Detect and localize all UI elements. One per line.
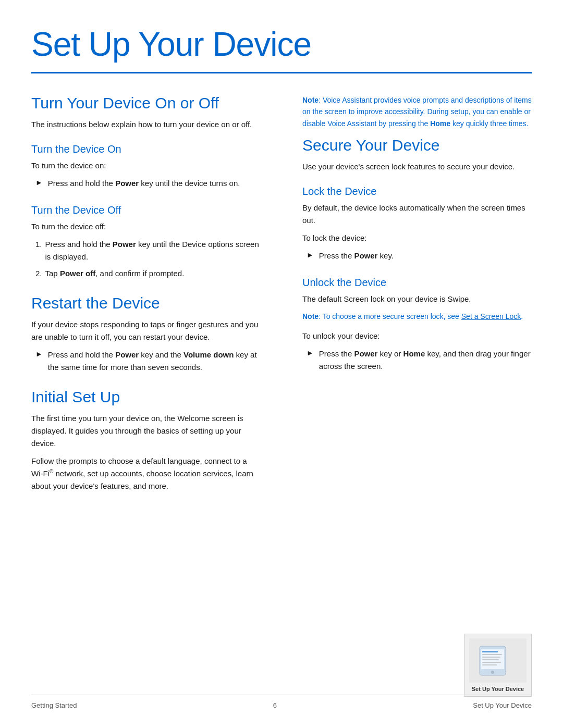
section-title-secure: Secure Your Device	[302, 137, 532, 154]
power-off-key: Power off	[60, 269, 95, 278]
turn-off-list: 1. Press and hold the Power key until th…	[35, 238, 261, 280]
turn-off-item-2: 2. Tap Power off, and confirm if prompte…	[35, 267, 261, 280]
subsection-title-lock: Lock the Device	[302, 186, 532, 198]
volume-down-key: Volume down	[183, 350, 234, 359]
lock-bullet-text: Press the Power key.	[319, 250, 394, 262]
subsection-turn-on: Turn the Device On To turn the device on…	[31, 143, 261, 190]
section-title-initial-setup: Initial Set Up	[31, 388, 261, 406]
lock-para2: To lock the device:	[302, 232, 532, 244]
wifi-registered: ®	[50, 468, 53, 474]
restart-bullet-text: Press and hold the Power key and the Vol…	[48, 349, 261, 374]
svg-rect-3	[482, 651, 498, 652]
turn-on-bullet-text: Press and hold the Power key until the d…	[48, 177, 240, 190]
note-label-voice: Note	[302, 96, 319, 104]
unlock-para1: The default Screen lock on your device i…	[302, 293, 532, 305]
svg-rect-8	[482, 664, 497, 665]
power-key-turn-on: Power	[115, 179, 139, 188]
lock-bullet: ► Press the Power key.	[307, 250, 532, 262]
restart-intro: If your device stops responding to taps …	[31, 318, 261, 343]
bullet-arrow-restart: ►	[35, 350, 43, 358]
svg-rect-7	[482, 662, 501, 663]
footer: Getting Started 6 Set Up Your Device	[31, 695, 532, 709]
subsection-title-unlock: Unlock the Device	[302, 277, 532, 289]
subsection-unlock: Unlock the Device The default Screen loc…	[302, 277, 532, 372]
power-key-restart: Power	[115, 350, 139, 359]
bullet-arrow-turn-on: ►	[35, 178, 43, 187]
thumbnail-svg	[477, 645, 519, 676]
restart-bullet: ► Press and hold the Power key and the V…	[35, 349, 261, 374]
initial-setup-para2: Follow the prompts to choose a default l…	[31, 455, 261, 492]
section-title-restart: Restart the Device	[31, 294, 261, 312]
section-restart: Restart the Device If your device stops …	[31, 294, 261, 374]
section-initial-setup: Initial Set Up The first time you turn y…	[31, 388, 261, 492]
two-column-layout: Turn Your Device On or Off The instructi…	[31, 94, 532, 507]
initial-setup-para1: The first time you turn your device on, …	[31, 412, 261, 450]
lock-para1: By default, the device locks automatical…	[302, 202, 532, 227]
svg-rect-5	[482, 657, 500, 658]
section-intro-turn-on-off: The instructions below explain how to tu…	[31, 118, 261, 131]
turn-off-text-2: Tap Power off, and confirm if prompted.	[45, 267, 185, 280]
unlock-bullet: ► Press the Power key or Home key, and t…	[307, 348, 532, 373]
footer-left: Getting Started	[31, 701, 77, 709]
turn-off-intro: To turn the device off:	[31, 220, 261, 233]
voice-assistant-note: Note: Voice Assistant provides voice pro…	[302, 94, 532, 129]
unlock-note: Note: To choose a more secure screen loc…	[302, 311, 532, 322]
turn-on-intro: To turn the device on:	[31, 159, 261, 172]
unlock-bullet-text: Press the Power key or Home key, and the…	[319, 348, 532, 373]
secure-intro: Use your device's screen lock features t…	[302, 161, 532, 173]
footer-right: Set Up Your Device	[473, 701, 532, 709]
power-key-turn-off-1: Power	[113, 240, 136, 249]
bullet-arrow-unlock: ►	[307, 349, 314, 357]
title-divider	[31, 72, 532, 73]
thumbnail-image	[469, 638, 527, 683]
power-key-unlock: Power	[354, 349, 377, 358]
note-label-unlock: Note	[302, 312, 319, 320]
turn-off-item-1: 1. Press and hold the Power key until th…	[35, 238, 261, 263]
home-key-unlock: Home	[403, 349, 425, 358]
turn-off-text-1: Press and hold the Power key until the D…	[45, 238, 261, 263]
subsection-title-turn-off: Turn the Device Off	[31, 204, 261, 216]
subsection-title-turn-on: Turn the Device On	[31, 143, 261, 155]
section-secure: Secure Your Device Use your device's scr…	[302, 137, 532, 372]
bullet-arrow-lock: ►	[307, 251, 314, 259]
unlock-para2: To unlock your device:	[302, 330, 532, 342]
footer-center: 6	[273, 701, 277, 709]
turn-on-bullet: ► Press and hold the Power key until the…	[35, 177, 261, 190]
svg-rect-4	[482, 654, 502, 655]
turn-off-num-2: 2.	[35, 267, 42, 280]
page-thumbnail: Set Up Your Device	[464, 634, 532, 697]
thumbnail-label: Set Up Your Device	[472, 686, 524, 692]
left-column: Turn Your Device On or Off The instructi…	[31, 94, 266, 507]
subsection-turn-off: Turn the Device Off To turn the device o…	[31, 204, 261, 280]
section-title-turn-on-off: Turn Your Device On or Off	[31, 94, 261, 112]
right-column: Note: Voice Assistant provides voice pro…	[297, 94, 532, 507]
svg-rect-6	[482, 659, 499, 660]
power-key-lock: Power	[354, 251, 377, 260]
home-key-note: Home	[430, 119, 450, 128]
section-turn-on-off: Turn Your Device On or Off The instructi…	[31, 94, 261, 280]
page: Set Up Your Device Turn Your Device On o…	[0, 0, 563, 728]
set-screen-lock-link[interactable]: Set a Screen Lock	[461, 312, 521, 320]
subsection-lock: Lock the Device By default, the device l…	[302, 186, 532, 262]
page-title: Set Up Your Device	[31, 25, 532, 64]
svg-point-2	[491, 671, 494, 674]
turn-off-num-1: 1.	[35, 238, 42, 251]
